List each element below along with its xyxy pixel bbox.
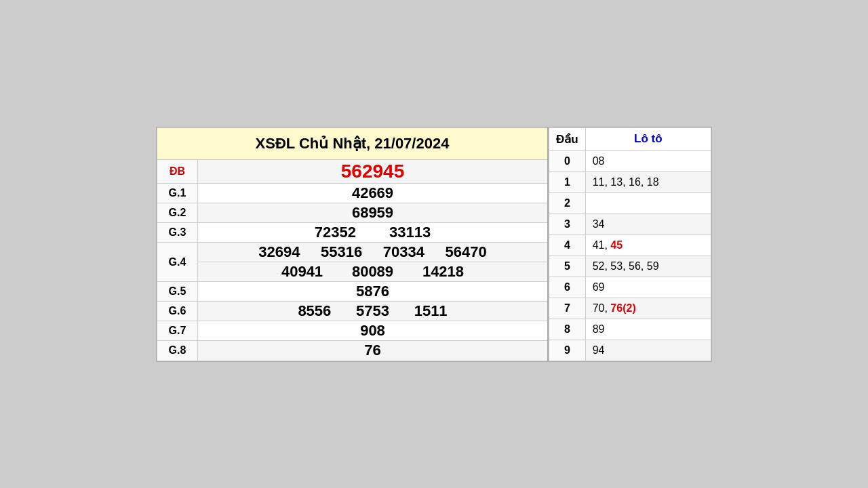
loto-values: 94: [585, 340, 711, 361]
loto-values: 70, 76(2): [585, 298, 711, 319]
loto-header-loto: Lô tô: [585, 127, 711, 150]
loto-row: 334: [549, 214, 711, 235]
g2-label: G.2: [157, 203, 198, 223]
loto-dau: 2: [549, 192, 586, 214]
g5-value: 5876: [198, 282, 549, 302]
loto-row: 669: [549, 277, 711, 298]
g4-label: G.4: [157, 243, 198, 282]
loto-values: 08: [585, 150, 711, 171]
g8-value: 76: [198, 341, 549, 361]
loto-value-normal: 41,: [593, 239, 611, 251]
g4-row2: 40941 80089 14218: [198, 262, 549, 282]
g4-r2v3: 14218: [422, 263, 464, 280]
loto-dau: 6: [549, 277, 586, 298]
loto-header-dau: Đầu: [549, 127, 586, 150]
g4-r1v1: 32694: [258, 243, 300, 260]
g1-label: G.1: [157, 184, 198, 203]
loto-dau: 9: [549, 340, 586, 361]
loto-values: 41, 45: [585, 235, 711, 256]
loto-row: 770, 76(2): [549, 298, 711, 319]
loto-value-red: 76(2): [610, 302, 635, 314]
loto-dau: 3: [549, 214, 586, 235]
loto-row: 889: [549, 319, 711, 340]
loto-table: Đầu Lô tô 008111, 13, 16, 182334441, 455…: [549, 127, 711, 361]
g2-value: 68959: [198, 203, 549, 223]
loto-value-red: 45: [610, 239, 623, 251]
g7-value: 908: [198, 321, 549, 341]
loto-dau: 5: [549, 256, 586, 277]
g7-label: G.7: [157, 321, 198, 341]
g8-label: G.8: [157, 341, 198, 361]
lottery-table: XSĐL Chủ Nhật, 21/07/2024 ĐB 562945 G.1 …: [157, 127, 549, 361]
loto-dau: 7: [549, 298, 586, 319]
loto-values: 52, 53, 56, 59: [585, 256, 711, 277]
g6-val3: 1511: [414, 302, 448, 319]
db-label: ĐB: [157, 159, 198, 184]
loto-row: 2: [549, 192, 711, 214]
g4-row1: 32694 55316 70334 56470: [198, 243, 549, 262]
g1-value: 42669: [198, 184, 549, 203]
loto-dau: 4: [549, 235, 586, 256]
g3-val1: 72352: [315, 224, 356, 241]
g6-values: 8556 5753 1511: [198, 302, 549, 321]
loto-values: 11, 13, 16, 18: [585, 171, 711, 192]
g6-val2: 5753: [356, 302, 389, 319]
loto-row: 111, 13, 16, 18: [549, 171, 711, 192]
loto-values: 34: [585, 214, 711, 235]
g4-r1v4: 56470: [446, 243, 487, 260]
db-value: 562945: [198, 159, 549, 184]
loto-row: 552, 53, 56, 59: [549, 256, 711, 277]
loto-row: 008: [549, 150, 711, 171]
loto-dau: 0: [549, 150, 586, 171]
loto-dau: 1: [549, 171, 586, 192]
g6-label: G.6: [157, 302, 198, 321]
loto-row: 441, 45: [549, 235, 711, 256]
lottery-title: XSĐL Chủ Nhật, 21/07/2024: [157, 127, 549, 159]
loto-row: 994: [549, 340, 711, 361]
g4-r1v2: 55316: [321, 243, 362, 260]
loto-values: 69: [585, 277, 711, 298]
loto-value-normal: 70,: [593, 302, 611, 314]
g3-label: G.3: [157, 223, 198, 243]
loto-values: [585, 192, 711, 214]
loto-values: 89: [585, 319, 711, 340]
g6-val1: 8556: [298, 302, 331, 319]
g5-label: G.5: [157, 282, 198, 302]
g4-r1v3: 70334: [383, 243, 425, 260]
g4-r2v2: 80089: [352, 263, 393, 280]
g3-values: 72352 33113: [198, 223, 549, 243]
g3-val2: 33113: [389, 224, 431, 241]
g4-r2v1: 40941: [281, 263, 323, 280]
loto-dau: 8: [549, 319, 586, 340]
